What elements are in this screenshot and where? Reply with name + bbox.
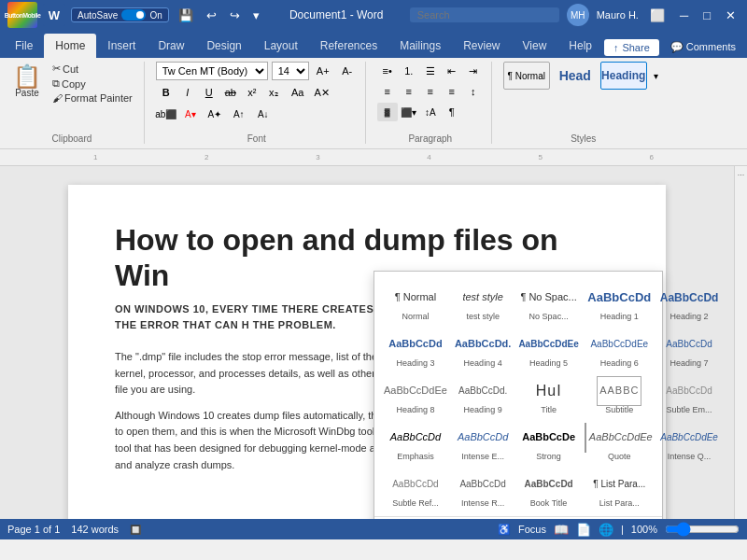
decrease-indent-button[interactable]: ⇤ (442, 62, 462, 80)
borders-button[interactable]: ⬛▾ (399, 103, 419, 121)
style-subtle-ref[interactable]: AaBbCcDd Subtle Ref... (380, 466, 451, 512)
numbering-button[interactable]: 1. (399, 62, 419, 80)
more-quick-access[interactable]: ▾ (249, 7, 263, 24)
font-size-select[interactable]: 14 (272, 62, 309, 80)
multilevel-button[interactable]: ☰ (420, 62, 441, 80)
tab-home[interactable]: Home (44, 34, 96, 58)
style-h4[interactable]: AaBbCcDd. Heading 4 (451, 326, 515, 372)
shrink-font-button[interactable]: A- (337, 62, 358, 80)
view-web-button[interactable]: 🌐 (599, 523, 613, 537)
style-h2[interactable]: AaBbCcDd Heading 2 (656, 279, 723, 326)
tab-draw[interactable]: Draw (147, 34, 195, 58)
autosave-toggle[interactable] (121, 9, 146, 21)
style-normal[interactable]: ¶ Normal Normal (380, 279, 451, 326)
ribbon-display-btn[interactable]: ⬜ (646, 7, 669, 24)
save-button[interactable]: 💾 (175, 7, 197, 24)
tab-view[interactable]: View (512, 34, 558, 58)
align-right-button[interactable]: ≡ (420, 82, 441, 101)
align-center-button[interactable]: ≡ (399, 82, 419, 101)
style-intense-e[interactable]: AaBbCcDd Intense E... (451, 419, 515, 466)
style-emphasis-label: Emphasis (397, 453, 434, 462)
bullets-button[interactable]: ≡• (377, 62, 398, 80)
style-book-title[interactable]: AaBbCcDd Book Title (514, 466, 582, 512)
sort-button[interactable]: ↕A (420, 103, 441, 121)
view-read-button[interactable]: 📖 (554, 523, 569, 537)
tab-file[interactable]: File (4, 34, 44, 58)
shading-button[interactable]: ▓ (377, 103, 398, 121)
strikethrough-button[interactable]: ab (220, 83, 241, 102)
style-intense-q[interactable]: AaBbCcDdEe Intense Q... (656, 419, 723, 466)
comments-button[interactable]: 💬 Comments (663, 38, 743, 56)
style-list-para[interactable]: ¶ List Para... List Para... (583, 466, 656, 512)
font-size-down[interactable]: A↓ (253, 105, 274, 123)
underline-button[interactable]: U (199, 83, 219, 102)
style-intense-r-preview: AaBbCcDd (458, 469, 507, 499)
tab-references[interactable]: References (309, 34, 388, 58)
copy-button[interactable]: ⧉ Copy (49, 77, 136, 91)
style-quote[interactable]: AaBbCcDdEe Quote (583, 419, 656, 466)
style-h7-preview: AaBbCcDd (664, 329, 713, 359)
format-painter-button[interactable]: 🖌 Format Painter (49, 91, 136, 105)
paragraph-controls: ≡• 1. ☰ ⇤ ⇥ ≡ ≡ ≡ ≡ ↕ ▓ ⬛▾ ↕A ¶ (377, 62, 484, 132)
share-button[interactable]: ↑ Share (604, 39, 659, 56)
align-left-button[interactable]: ≡ (377, 82, 398, 101)
style-strong[interactable]: AaBbCcDe Strong (514, 419, 582, 466)
redo-button[interactable]: ↪ (226, 7, 244, 24)
style-h7[interactable]: AaBbCcDd Heading 7 (656, 326, 723, 372)
bold-button[interactable]: B (156, 83, 176, 102)
style-title[interactable]: HuI Title (514, 372, 582, 419)
zoom-level: 100% (631, 524, 657, 535)
text-effects-button[interactable]: A✦ (204, 105, 225, 123)
maximize-btn[interactable]: □ (699, 7, 714, 24)
justify-button[interactable]: ≡ (442, 82, 462, 101)
style-intense-r[interactable]: AaBbCcDd Intense R... (451, 466, 515, 512)
style-h1[interactable]: AaBbCcDd Heading 1 (583, 279, 656, 326)
style-h5[interactable]: AaBbCcDdEe Heading 5 (514, 326, 582, 372)
highlight-button[interactable]: ab⬛ (156, 105, 176, 123)
font-name-select[interactable]: Tw Cen MT (Body) (156, 62, 268, 80)
font-color-button[interactable]: A▾ (180, 105, 201, 123)
style-h9[interactable]: AaBbCcDd. Heading 9 (451, 372, 515, 419)
styles-gallery-item-3[interactable]: Heading (600, 62, 647, 90)
tab-mailings[interactable]: Mailings (388, 34, 452, 58)
paste-button[interactable]: 📋 Paste (7, 62, 47, 102)
show-para-button[interactable]: ¶ (442, 103, 462, 121)
increase-indent-button[interactable]: ⇥ (463, 62, 484, 80)
right-sidebar: ... (734, 166, 747, 519)
cut-button[interactable]: ✂ Cut (49, 62, 136, 76)
close-btn[interactable]: ✕ (722, 7, 740, 24)
format-row: B I U ab x² x₂ Aa A✕ (156, 83, 358, 102)
tab-insert[interactable]: Insert (96, 34, 147, 58)
superscript-button[interactable]: x² (242, 83, 262, 102)
style-h3[interactable]: AaBbCcDd Heading 3 (380, 326, 451, 372)
zoom-slider[interactable] (665, 524, 740, 535)
grow-font-button[interactable]: A+ (313, 62, 333, 80)
line-spacing-button[interactable]: ↕ (463, 82, 484, 101)
search-input[interactable] (410, 7, 559, 22)
tab-design[interactable]: Design (195, 34, 252, 58)
style-test[interactable]: test style test style (451, 279, 515, 326)
styles-more-button[interactable]: ▾ (649, 66, 664, 85)
style-no-space[interactable]: ¶ No Spac... No Spac... (514, 279, 582, 326)
styles-gallery-item-2[interactable]: Head (552, 62, 599, 90)
subscript-button[interactable]: x₂ (263, 83, 284, 102)
tab-help[interactable]: Help (557, 34, 603, 58)
change-case-button[interactable]: Aa (288, 83, 308, 102)
tab-review[interactable]: Review (452, 34, 511, 58)
tab-layout[interactable]: Layout (253, 34, 309, 58)
font-size-up[interactable]: A↑ (229, 105, 249, 123)
style-emphasis[interactable]: AaBbCcDd Emphasis (380, 419, 451, 466)
style-h1-label: Heading 1 (600, 313, 639, 322)
undo-button[interactable]: ↩ (203, 7, 220, 24)
style-subtitle[interactable]: AABBC Subtitle (583, 372, 656, 419)
minimize-btn[interactable]: ─ (676, 7, 692, 24)
styles-gallery-item-1[interactable]: ¶ Normal (503, 62, 550, 90)
style-subtle-em[interactable]: AaBbCcDd Subtle Em... (656, 372, 723, 419)
italic-button[interactable]: I (177, 83, 198, 102)
style-intense-e-preview: AaBbCcDd (456, 423, 510, 453)
style-h8[interactable]: AaBbCcDdEe Heading 8 (380, 372, 451, 419)
clear-format-button[interactable]: A✕ (312, 83, 332, 102)
view-print-button[interactable]: 📄 (576, 523, 591, 537)
style-h6[interactable]: AaBbCcDdEe Heading 6 (583, 326, 656, 372)
focus-button[interactable]: Focus (518, 524, 546, 535)
